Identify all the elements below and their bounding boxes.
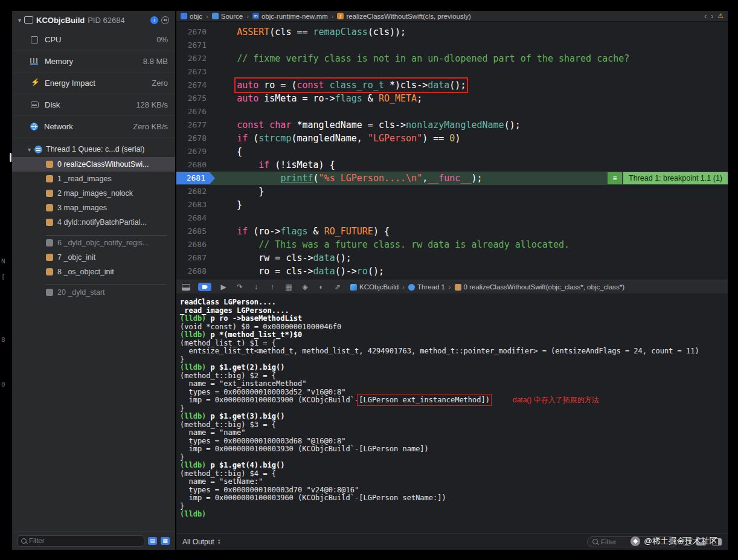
breadcrumb-chevron-icon: › bbox=[206, 13, 208, 20]
warning-icon[interactable]: ⚠ bbox=[717, 12, 724, 20]
console-line: imp = 0x0000000100003930 (KCObjcBuild`-[… bbox=[180, 445, 728, 454]
console-line: } bbox=[180, 503, 728, 511]
stack-frame[interactable]: 3 map_images bbox=[12, 201, 175, 215]
line-number[interactable]: 2679 bbox=[176, 145, 215, 158]
environment-overrides-button[interactable]: ◐ bbox=[317, 283, 326, 291]
step-out-button[interactable]: ↑ bbox=[268, 283, 277, 291]
console-text: name = "ext_instanceMethod" bbox=[180, 379, 307, 388]
console-line: imp = 0x0000000100003900 (KCObjcBuild`-[… bbox=[180, 396, 728, 405]
console-command: p $1.get(2).big() bbox=[206, 363, 284, 372]
line-number[interactable]: 2676 bbox=[176, 105, 215, 118]
console-line: (lldb) bbox=[180, 510, 728, 519]
breakpoints-toggle-button[interactable] bbox=[198, 283, 211, 291]
line-number[interactable]: 2687 bbox=[176, 251, 215, 265]
flat-view-button[interactable]: ▤ bbox=[148, 537, 157, 545]
gauge-value: 128 KB/s bbox=[136, 100, 168, 109]
thread-header[interactable]: ▾ Thread 1 Queue: c...d (serial) bbox=[12, 141, 175, 157]
code-text: auto isMeta = ro->flags & RO_META; bbox=[215, 92, 422, 105]
stack-frame[interactable]: 1 _read_images bbox=[12, 172, 175, 186]
stack-frame[interactable]: 4 dyld::notifyBatchPartial... bbox=[12, 215, 175, 230]
filter-input[interactable]: Filter bbox=[18, 535, 144, 547]
line-number[interactable]: 2677 bbox=[176, 118, 215, 132]
frame-separator bbox=[46, 279, 167, 285]
breakpoint-marker[interactable]: 2681 bbox=[176, 172, 215, 184]
gauge-memory[interactable]: Memory8.8 MB bbox=[12, 51, 175, 72]
line-number[interactable]: 2686 bbox=[176, 238, 215, 251]
thread-icon bbox=[408, 284, 415, 291]
stack-frame[interactable]: 6 _dyld_objc_notify_regis... bbox=[12, 236, 175, 250]
step-over-button[interactable]: ↷ bbox=[236, 283, 244, 291]
forward-chevron-icon[interactable]: › bbox=[711, 12, 713, 21]
disclosure-chevron-icon[interactable]: ▾ bbox=[28, 146, 31, 153]
stack-frame[interactable]: 7 _objc_init bbox=[12, 250, 175, 265]
code-line: 2671 bbox=[176, 39, 728, 52]
gauge-value: Zero KB/s bbox=[133, 122, 168, 131]
pause-icon[interactable] bbox=[161, 16, 169, 24]
simulate-location-button[interactable]: ⇗ bbox=[333, 283, 342, 291]
debug-breadcrumb-item[interactable]: 0 realizeClassWithoutSwift(objc_class*, … bbox=[455, 283, 625, 291]
line-number[interactable]: 2674 bbox=[176, 79, 215, 92]
frame-icon bbox=[46, 204, 53, 211]
frame-label: 6 _dyld_objc_notify_regis... bbox=[57, 239, 149, 247]
stack-frame[interactable]: 0 realizeClassWithoutSwi... bbox=[12, 157, 175, 172]
debug-breadcrumb-item[interactable]: KCObjcBuild bbox=[350, 283, 399, 291]
edge-indicator bbox=[10, 153, 11, 162]
energy-icon bbox=[30, 79, 39, 87]
process-row[interactable]: ▾ KCObjcBuild PID 62684 bbox=[12, 11, 175, 29]
jumpbar-item[interactable]: objc bbox=[181, 13, 202, 20]
line-number[interactable]: 2670 bbox=[176, 25, 215, 39]
code-line: 2670 ASSERT(cls == remapClass(cls)); bbox=[176, 25, 728, 39]
debug-breadcrumb-item[interactable]: Thread 1 bbox=[408, 283, 445, 291]
gauge-network[interactable]: NetworkZero KB/s bbox=[12, 116, 175, 138]
line-number[interactable]: 2678 bbox=[176, 132, 215, 145]
step-into-button[interactable]: ↓ bbox=[252, 283, 260, 291]
stack-frame[interactable]: 20 _dyld_start bbox=[12, 285, 175, 300]
hide-debug-area-icon[interactable] bbox=[182, 284, 190, 291]
gauge-energy[interactable]: Energy ImpactZero bbox=[12, 72, 175, 94]
console-stdout: _read_images LGPerson.... bbox=[180, 306, 289, 315]
frame-icon bbox=[46, 239, 53, 246]
jumpbar-item-label: objc-runtime-new.mm bbox=[262, 13, 328, 20]
stack-frame[interactable]: 2 map_images_nolock bbox=[12, 186, 175, 201]
console-line: (method_t::big) $3 = { bbox=[180, 421, 728, 430]
output-scope-selector[interactable]: All Output bbox=[182, 538, 221, 546]
line-number[interactable]: 2675 bbox=[176, 92, 215, 105]
memory-graph-button[interactable]: ◈ bbox=[301, 283, 309, 291]
console-output[interactable]: readClass LGPerson...._read_images LGPer… bbox=[176, 294, 728, 533]
console-text: imp = 0x0000000100003900 (KCObjcBuild`- bbox=[180, 396, 359, 404]
breadcrumb-chevron-icon: › bbox=[246, 13, 249, 20]
back-chevron-icon[interactable]: ‹ bbox=[704, 12, 707, 21]
line-number[interactable]: 2688 bbox=[176, 265, 215, 278]
disclosure-chevron-icon[interactable]: ▾ bbox=[18, 17, 21, 24]
line-number[interactable]: 2671 bbox=[176, 39, 215, 52]
jumpbar-item[interactable]: mobjc-runtime-new.mm bbox=[252, 13, 328, 20]
record-indicator-icon[interactable] bbox=[150, 16, 158, 24]
line-number[interactable]: 2672 bbox=[176, 52, 215, 65]
jumpbar-item[interactable]: Source bbox=[212, 13, 243, 20]
line-number[interactable]: 2683 bbox=[176, 198, 215, 211]
code-text: auto ro = (const class_ro_t *)cls->data(… bbox=[215, 79, 466, 92]
line-number[interactable]: 2682 bbox=[176, 185, 215, 198]
breakpoint-badge-label: Thread 1: breakpoint 1.1 (1) bbox=[623, 172, 728, 184]
line-number[interactable]: 2680 bbox=[176, 158, 215, 172]
code-line: 2684 bbox=[176, 211, 728, 225]
code-text: // fixme verify class is not in an un-dl… bbox=[215, 52, 629, 65]
gauge-label: Network bbox=[44, 122, 73, 131]
stack-frame[interactable]: 8 _os_object_init bbox=[12, 265, 175, 279]
view-hierarchy-button[interactable]: ▦ bbox=[284, 283, 293, 291]
line-number[interactable]: 2685 bbox=[176, 225, 215, 238]
console-line: (lldb) p ro ->baseMethodList bbox=[180, 315, 728, 323]
lldb-prompt: (lldb) bbox=[180, 363, 206, 372]
breakpoint-badge[interactable]: ≡Thread 1: breakpoint 1.1 (1) bbox=[608, 172, 728, 184]
gauge-list: CPU0%Memory8.8 MBEnergy ImpactZeroDisk12… bbox=[12, 29, 175, 138]
breadcrumb-chevron-icon: › bbox=[332, 13, 334, 20]
line-number[interactable]: 2684 bbox=[176, 211, 215, 225]
line-number[interactable]: 2673 bbox=[176, 65, 215, 79]
jumpbar-item[interactable]: ƒrealizeClassWithoutSwift(cls, previousl… bbox=[337, 13, 470, 20]
gauge-disk[interactable]: Disk128 KB/s bbox=[12, 94, 175, 116]
callstack-view-button[interactable]: ▦ bbox=[161, 537, 170, 545]
gauge-value: 8.8 MB bbox=[143, 57, 168, 66]
continue-button[interactable]: ▶ bbox=[219, 283, 228, 291]
console-line: name = "ext_instanceMethod" bbox=[180, 380, 728, 388]
gauge-cpu[interactable]: CPU0% bbox=[12, 29, 175, 51]
